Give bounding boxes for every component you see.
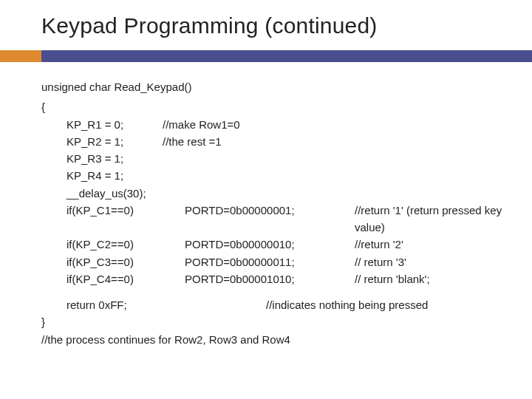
- divider-main: [0, 50, 532, 62]
- check-comment: //return '1' (return pressed key value): [355, 202, 508, 236]
- init-row: KP_R1 = 0; //make Row1=0: [66, 116, 508, 133]
- check-comment: //return '2': [355, 236, 508, 253]
- init-comment: //make Row1=0: [163, 116, 508, 133]
- check-assign: PORTD=0b00001010;: [185, 270, 355, 287]
- check-row: if(KP_C2==0) PORTD=0b00000010; //return …: [66, 236, 508, 253]
- check-comment: // return 'blank';: [355, 270, 508, 287]
- check-assign: PORTD=0b00000011;: [185, 253, 355, 270]
- slide-title: Keypad Programming (continued): [0, 13, 532, 46]
- return-comment: //indicates nothing being pressed: [266, 296, 428, 313]
- block-rows-init: KP_R1 = 0; //make Row1=0 KP_R2 = 1; //th…: [41, 116, 508, 314]
- check-row: if(KP_C3==0) PORTD=0b00000011; // return…: [66, 253, 508, 270]
- init-stmt: KP_R2 = 1;: [66, 133, 163, 150]
- check-comment: // return '3': [355, 253, 508, 270]
- init-stmt: KP_R1 = 0;: [66, 116, 163, 133]
- init-row: KP_R2 = 1; //the rest =1: [66, 133, 508, 150]
- init-comment: //the rest =1: [163, 133, 508, 150]
- check-assign: PORTD=0b00000001;: [185, 202, 355, 236]
- check-cond: if(KP_C4==0): [66, 270, 185, 287]
- slide: Keypad Programming (continued) unsigned …: [0, 0, 532, 399]
- title-divider: [0, 50, 532, 62]
- init-comment: [163, 150, 508, 167]
- init-row: KP_R3 = 1;: [66, 150, 508, 167]
- divider-accent: [0, 50, 41, 62]
- check-cond: if(KP_C2==0): [66, 236, 185, 253]
- fn-signature: unsigned char Read_Keypad(): [41, 78, 508, 95]
- check-row: if(KP_C4==0) PORTD=0b00001010; // return…: [66, 270, 508, 287]
- footer-note: //the process continues for Row2, Row3 a…: [41, 331, 508, 348]
- init-row: KP_R4 = 1;: [66, 167, 508, 184]
- return-stmt: return 0xFF;: [66, 296, 266, 313]
- init-stmt: KP_R3 = 1;: [66, 150, 163, 167]
- check-assign: PORTD=0b00000010;: [185, 236, 355, 253]
- code-body: unsigned char Read_Keypad() { KP_R1 = 0;…: [0, 62, 532, 348]
- return-row: return 0xFF; //indicates nothing being p…: [66, 287, 508, 313]
- init-stmt: KP_R4 = 1;: [66, 167, 163, 184]
- init-comment: [163, 167, 508, 184]
- check-cond: if(KP_C1==0): [66, 202, 185, 236]
- close-brace: }: [41, 313, 508, 330]
- check-row: if(KP_C1==0) PORTD=0b00000001; //return …: [66, 202, 508, 236]
- open-brace: {: [41, 98, 508, 115]
- check-cond: if(KP_C3==0): [66, 253, 185, 270]
- delay-call: __delay_us(30);: [66, 185, 508, 202]
